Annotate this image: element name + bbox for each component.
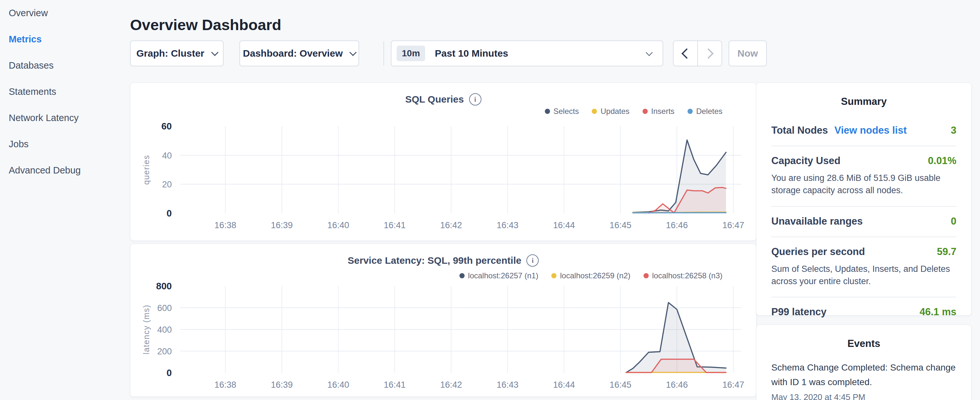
- dashboard-dropdown[interactable]: Dashboard: Overview: [239, 40, 359, 66]
- next-time-button[interactable]: [698, 41, 721, 66]
- sidebar-item-advanced-debug[interactable]: Advanced Debug: [0, 157, 130, 183]
- svg-text:16:47: 16:47: [722, 220, 745, 230]
- sidebar-item-network-latency[interactable]: Network Latency: [0, 105, 130, 131]
- chevron-down-icon: [349, 49, 357, 56]
- svg-text:60: 60: [161, 121, 172, 131]
- svg-text:16:41: 16:41: [384, 380, 406, 390]
- p99-latency-value: 46.1 ms: [920, 306, 956, 318]
- event-item[interactable]: Schema Change Completed: Schema change w…: [771, 360, 956, 400]
- svg-text:16:45: 16:45: [609, 380, 632, 390]
- events-title: Events: [756, 338, 971, 349]
- sidebar: Overview Metrics Databases Statements Ne…: [0, 0, 130, 400]
- summary-row-capacity-used: Capacity Used 0.01% You are using 28.6 M…: [771, 146, 956, 207]
- svg-text:queries: queries: [142, 155, 151, 185]
- svg-text:16:38: 16:38: [215, 380, 237, 390]
- now-button[interactable]: Now: [729, 40, 767, 66]
- capacity-used-description: You are using 28.6 MiB of 515.9 GiB usab…: [771, 172, 956, 197]
- svg-text:16:42: 16:42: [440, 220, 462, 230]
- svg-text:40: 40: [162, 151, 172, 161]
- chevron-down-icon: [211, 49, 218, 56]
- svg-text:16:46: 16:46: [666, 380, 688, 390]
- svg-text:16:44: 16:44: [553, 380, 575, 390]
- controls-divider: [383, 41, 384, 65]
- queries-per-second-description: Sum of Selects, Updates, Inserts, and De…: [771, 263, 956, 288]
- chevron-left-icon: [681, 48, 692, 59]
- svg-text:16:47: 16:47: [722, 380, 745, 390]
- total-nodes-value: 3: [951, 124, 956, 136]
- event-timestamp: May 13, 2020 at 4:45 PM: [771, 392, 956, 400]
- svg-text:20: 20: [162, 180, 172, 189]
- unavailable-ranges-value: 0: [951, 215, 956, 227]
- view-nodes-list-link[interactable]: View nodes list: [834, 124, 907, 136]
- svg-text:0: 0: [167, 368, 172, 378]
- prev-time-button[interactable]: [674, 41, 698, 66]
- svg-text:16:43: 16:43: [496, 220, 519, 230]
- queries-per-second-value: 59.7: [937, 246, 956, 258]
- svg-text:16:40: 16:40: [328, 380, 349, 390]
- svg-text:16:46: 16:46: [666, 220, 688, 230]
- svg-text:16:41: 16:41: [384, 220, 406, 230]
- summary-title: Summary: [756, 96, 971, 107]
- events-panel: Events Schema Change Completed: Schema c…: [756, 325, 972, 400]
- svg-text:16:39: 16:39: [271, 380, 293, 390]
- summary-row-p99-latency: P99 latency 46.1 ms: [771, 297, 956, 327]
- sidebar-item-overview[interactable]: Overview: [0, 0, 130, 26]
- time-range-dropdown[interactable]: 10m Past 10 Minutes: [391, 40, 663, 66]
- service-latency-chart-card: Service Latency: SQL, 99th percentile i …: [130, 244, 756, 397]
- chevron-right-icon: [703, 48, 714, 59]
- sidebar-item-databases[interactable]: Databases: [0, 53, 130, 79]
- svg-text:16:38: 16:38: [215, 220, 237, 230]
- chevron-down-icon: [646, 49, 652, 56]
- service-latency-plot[interactable]: 16:3816:3916:4016:4116:4216:4316:4416:45…: [130, 244, 757, 397]
- dashboard-dropdown-label: Dashboard: Overview: [243, 48, 343, 59]
- svg-text:16:44: 16:44: [553, 220, 575, 230]
- summary-row-unavailable-ranges: Unavailable ranges 0: [771, 207, 956, 237]
- graph-dropdown-label: Graph: Cluster: [136, 48, 204, 59]
- svg-text:200: 200: [157, 347, 172, 356]
- sidebar-item-jobs[interactable]: Jobs: [0, 131, 130, 157]
- time-nav-buttons: [673, 40, 722, 66]
- time-range-badge: 10m: [397, 46, 425, 61]
- svg-text:16:43: 16:43: [496, 380, 519, 390]
- svg-text:16:45: 16:45: [609, 220, 632, 230]
- svg-text:16:39: 16:39: [271, 220, 293, 230]
- overview-dashboard-page: Overview Metrics Databases Statements Ne…: [0, 0, 980, 400]
- graph-dropdown[interactable]: Graph: Cluster: [130, 40, 224, 66]
- event-message: Schema Change Completed: Schema change w…: [771, 360, 956, 390]
- sql-queries-chart-card: SQL Queries i Selects Updates Inserts De…: [130, 83, 756, 241]
- page-title: Overview Dashboard: [130, 16, 282, 33]
- svg-text:0: 0: [167, 208, 172, 218]
- svg-text:16:42: 16:42: [440, 380, 462, 390]
- summary-row-queries-per-second: Queries per second 59.7 Sum of Selects, …: [771, 237, 956, 298]
- svg-text:800: 800: [156, 281, 172, 291]
- svg-text:400: 400: [157, 325, 172, 335]
- svg-text:latency (ms): latency (ms): [142, 304, 151, 354]
- sql-queries-plot[interactable]: 16:3816:3916:4016:4116:4216:4316:4416:45…: [130, 83, 757, 241]
- sidebar-item-metrics[interactable]: Metrics: [0, 26, 130, 53]
- summary-panel: Summary Total Nodes View nodes list 3 Ca…: [756, 83, 972, 316]
- capacity-used-value: 0.01%: [928, 155, 956, 167]
- now-button-label: Now: [737, 48, 758, 59]
- summary-row-total-nodes: Total Nodes View nodes list 3: [771, 116, 956, 146]
- svg-text:16:40: 16:40: [328, 220, 349, 230]
- sidebar-item-statements[interactable]: Statements: [0, 79, 130, 105]
- svg-text:600: 600: [157, 303, 172, 313]
- time-range-label: Past 10 Minutes: [435, 48, 508, 59]
